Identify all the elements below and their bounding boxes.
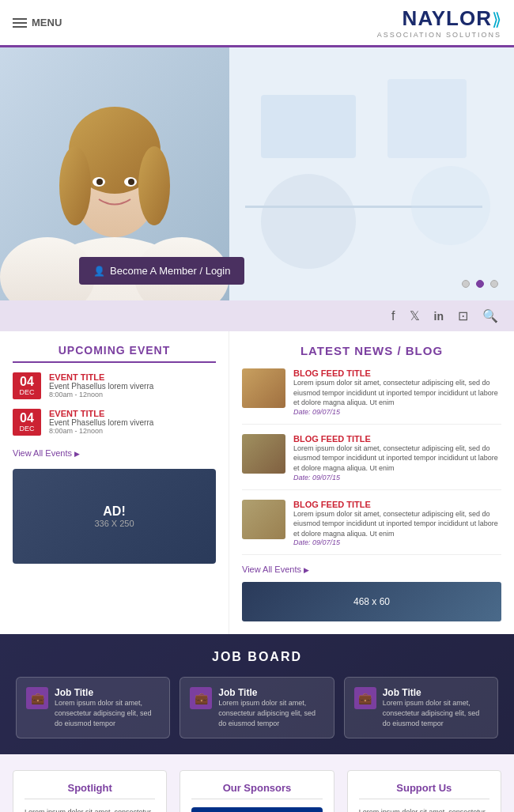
bottom-sections: Spotlight Lorem ipsum dolor sit amet, co… (0, 754, 514, 812)
spotlight-col: Spotlight Lorem ipsum dolor sit amet, co… (13, 770, 167, 812)
blog-item-3: BLOG FEED TITLE Lorem ipsum dolor sit am… (242, 500, 501, 556)
job-card-1[interactable]: 💼 Job Title Lorem ipsum dolor sit amet, … (16, 677, 170, 738)
left-panel: UPCOMING EVENT 04 DEC EVENT TITLE Event … (0, 331, 229, 634)
job-card-content-1: Job Title Lorem ipsum dolor sit amet, co… (55, 687, 160, 728)
event-month-2: DEC (19, 425, 35, 432)
event-time-2: 8:00am - 12noon (49, 427, 153, 435)
search-icon[interactable]: 🔍 (482, 308, 498, 323)
right-panel: LATEST NEWS / BLOG BLOG FEED TITLE Lorem… (229, 331, 514, 634)
office-bg-svg (229, 47, 514, 300)
svg-rect-15 (387, 79, 467, 158)
menu-button[interactable]: MENU (13, 17, 62, 28)
hero-section: Become A Member / Login (0, 47, 514, 300)
blog-text-3: Lorem ipsum dolor sit amet, consectetur … (293, 509, 501, 539)
blog-text-2: Lorem ipsum dolor sit amet, consectetur … (293, 444, 501, 474)
blog-item-2: BLOG FEED TITLE Lorem ipsum dolor sit am… (242, 434, 501, 490)
sponsors-title: Our Sponsors (191, 782, 322, 799)
hero-right-bg (229, 47, 514, 300)
svg-point-17 (261, 174, 356, 269)
sponsor-logo-box: Royal Caribbean INTERNATIONAL EXCLUSIVEC… (191, 807, 322, 812)
social-bar: f 𝕏 in ⊡ 🔍 (0, 300, 514, 331)
view-all-events-link-left[interactable]: View All Events (13, 448, 80, 458)
main-content: UPCOMING EVENT 04 DEC EVENT TITLE Event … (0, 331, 514, 634)
job-board-inner: JOB BOARD 💼 Job Title Lorem ipsum dolor … (16, 650, 498, 738)
event-title-2: EVENT TITLE (49, 409, 153, 418)
event-month-1: DEC (19, 388, 35, 396)
job-title-3: Job Title (383, 687, 488, 698)
svg-point-10 (128, 179, 134, 185)
spotlight-text: Lorem ipsum dolor sit amet, consectetur … (25, 807, 155, 812)
event-time-1: 8:00am - 12noon (49, 391, 153, 398)
job-icon-2: 💼 (190, 687, 212, 709)
job-desc-3: Lorem ipsum dolor sit amet, consectetur … (383, 698, 488, 728)
blog-title-1: BLOG FEED TITLE (293, 368, 501, 378)
blog-title-2: BLOG FEED TITLE (293, 434, 501, 444)
blog-date-1: Date: 09/07/15 (293, 408, 501, 416)
event-item-1: 04 DEC EVENT TITLE Event Phasellus lorem… (13, 372, 216, 399)
blog-content-1: BLOG FEED TITLE Lorem ipsum dolor sit am… (293, 368, 501, 416)
instagram-icon[interactable]: ⊡ (458, 308, 468, 323)
event-date-box-1: 04 DEC (13, 372, 41, 399)
blog-title-3: BLOG FEED TITLE (293, 500, 501, 509)
job-title-1: Job Title (55, 687, 160, 698)
event-day-1: 04 (19, 376, 35, 388)
menu-label: MENU (32, 17, 62, 28)
job-desc-2: Lorem ipsum dolor sit amet, consectetur … (218, 698, 323, 728)
facebook-icon[interactable]: f (391, 309, 395, 323)
job-card-content-3: Job Title Lorem ipsum dolor sit amet, co… (383, 687, 488, 728)
event-info-1: EVENT TITLE Event Phasellus lorem viverr… (49, 372, 153, 398)
event-desc-1: Event Phasellus lorem viverra (49, 382, 153, 391)
blog-text-1: Lorem ipsum dolor sit amet, consectetur … (293, 378, 501, 408)
support-title: Support Us (359, 782, 489, 799)
blog-date-2: Date: 09/07/15 (293, 474, 501, 482)
linkedin-icon[interactable]: in (434, 310, 444, 323)
job-card-3[interactable]: 💼 Job Title Lorem ipsum dolor sit amet, … (344, 677, 498, 738)
event-date-box-2: 04 DEC (13, 409, 41, 436)
event-info-2: EVENT TITLE Event Phasellus lorem viverr… (49, 409, 153, 435)
upcoming-title: UPCOMING EVENT (13, 344, 216, 363)
twitter-icon[interactable]: 𝕏 (410, 308, 420, 323)
sponsors-col: Our Sponsors Royal Caribbean INTERNATION… (180, 770, 334, 812)
job-board-title: JOB BOARD (16, 650, 498, 664)
dot-1[interactable] (462, 280, 470, 288)
header: MENU NAYLOR⟫ ASSOCIATION SOLUTIONS (0, 0, 514, 47)
event-item-2: 04 DEC EVENT TITLE Event Phasellus lorem… (13, 409, 216, 436)
member-login-button[interactable]: Become A Member / Login (79, 257, 244, 285)
news-title: LATEST NEWS / BLOG (242, 344, 501, 357)
logo-subtitle: ASSOCIATION SOLUTIONS (377, 31, 501, 39)
banner-468: 468 x 60 (242, 582, 501, 621)
job-cards: 💼 Job Title Lorem ipsum dolor sit amet, … (16, 677, 498, 738)
dot-2[interactable] (476, 280, 484, 288)
dot-3[interactable] (490, 280, 498, 288)
job-card-content-2: Job Title Lorem ipsum dolor sit amet, co… (218, 687, 323, 728)
member-login-label: Become A Member / Login (110, 265, 230, 277)
job-title-2: Job Title (218, 687, 323, 698)
ad-label: AD! (103, 504, 125, 519)
blog-date-3: Date: 09/07/15 (293, 538, 501, 546)
hamburger-icon (13, 18, 27, 28)
event-desc-2: Event Phasellus lorem viverra (49, 418, 153, 427)
view-all-events-link-right[interactable]: View All Events (242, 565, 501, 574)
logo: NAYLOR⟫ (377, 6, 501, 31)
spotlight-title: Spotlight (25, 782, 155, 799)
job-board-section: JOB BOARD 💼 Job Title Lorem ipsum dolor … (0, 634, 514, 754)
svg-point-9 (96, 179, 103, 185)
blog-content-3: BLOG FEED TITLE Lorem ipsum dolor sit am… (293, 500, 501, 547)
logo-area: NAYLOR⟫ ASSOCIATION SOLUTIONS (377, 6, 501, 39)
support-col: Support Us Lorem ipsum dolor sit amet, c… (347, 770, 501, 812)
hero-dots (462, 280, 498, 288)
ad-size: 336 X 250 (94, 519, 134, 528)
svg-point-18 (411, 166, 490, 245)
blog-thumb-1 (242, 368, 285, 408)
support-text: Lorem ipsum dolor sit amet, consectetur … (359, 807, 489, 812)
svg-rect-14 (261, 95, 356, 158)
event-title-1: EVENT TITLE (49, 372, 153, 382)
job-card-2[interactable]: 💼 Job Title Lorem ipsum dolor sit amet, … (180, 677, 334, 738)
blog-thumb-3 (242, 500, 285, 539)
blog-thumb-2 (242, 434, 285, 474)
job-icon-3: 💼 (354, 687, 376, 709)
job-desc-1: Lorem ipsum dolor sit amet, consectetur … (55, 698, 160, 728)
ad-box-336: AD! 336 X 250 (13, 469, 216, 564)
event-day-2: 04 (19, 412, 35, 425)
job-icon-1: 💼 (26, 687, 48, 709)
